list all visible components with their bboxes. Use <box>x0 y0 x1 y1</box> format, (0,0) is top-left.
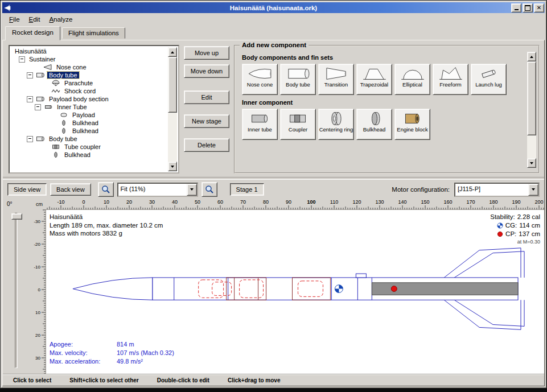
rotation-slider-track[interactable] <box>15 213 18 368</box>
back-view-button[interactable]: Back view <box>50 183 91 196</box>
tab-rocket-design[interactable]: Rocket design <box>5 26 60 40</box>
svg-text:120: 120 <box>352 199 361 205</box>
new-stage-button[interactable]: New stage <box>184 114 229 128</box>
menu-edit[interactable]: Edit <box>24 14 45 24</box>
add-transition-button[interactable]: Transition <box>318 64 354 95</box>
rocket-dimensions: Length 189 cm, max. diameter 10.2 cm <box>50 221 163 230</box>
vertical-ruler: -30-20-100102030 <box>32 209 46 374</box>
rotation-slider[interactable] <box>3 209 32 374</box>
expander-icon[interactable] <box>19 56 25 63</box>
svg-text:-30: -30 <box>34 219 40 224</box>
scrollbar-track[interactable] <box>527 61 536 158</box>
engine-block-icon <box>400 111 426 126</box>
menu-file[interactable]: File <box>5 14 24 24</box>
tree-item-nose-cone[interactable]: Nose cone <box>11 63 167 71</box>
add-coupler-button[interactable]: Coupler <box>280 109 316 140</box>
nosecone-lg-icon <box>247 66 273 81</box>
scrollbar-track[interactable] <box>168 57 177 162</box>
scroll-up-button[interactable] <box>527 52 536 61</box>
zoom-select[interactable]: Fit (11%) <box>117 183 198 197</box>
tree-item-haisun-t-[interactable]: Haisunäätä <box>11 47 167 55</box>
dropdown-arrow-icon[interactable] <box>528 184 538 196</box>
magnifier-icon <box>101 185 110 194</box>
move-down-button[interactable]: Move down <box>184 64 229 78</box>
tabstrip: Rocket design Flight simulations <box>2 25 545 40</box>
tree-item-bulkhead[interactable]: Bulkhead <box>11 151 167 159</box>
move-up-button[interactable]: Move up <box>184 46 229 60</box>
expander-icon[interactable] <box>27 136 33 142</box>
svg-text:0: 0 <box>82 199 85 205</box>
svg-text:200: 200 <box>534 199 543 205</box>
maximize-button[interactable] <box>523 3 533 13</box>
add-inner-tube-button[interactable]: Inner tube <box>242 109 278 140</box>
minimize-button[interactable] <box>511 3 521 13</box>
dropdown-arrow-icon[interactable] <box>187 184 197 196</box>
scroll-down-button[interactable] <box>527 158 536 168</box>
tree-item-label: Bulkhead <box>71 127 100 134</box>
arrow-up-icon <box>171 51 174 53</box>
magnifier-icon <box>205 185 214 194</box>
svg-text:160: 160 <box>443 199 452 205</box>
bodytube-lg-icon <box>285 66 311 81</box>
tree-item-payload-body-section[interactable]: Payload body section <box>11 95 167 103</box>
close-button[interactable]: ✕ <box>534 3 544 13</box>
component-button-label: Elliptical <box>402 82 422 88</box>
add-nose-cone-button[interactable]: Nose cone <box>242 64 278 95</box>
add-body-tube-button[interactable]: Body tube <box>280 64 316 95</box>
scroll-down-button[interactable] <box>168 162 177 171</box>
scrollbar-thumb[interactable] <box>527 61 536 135</box>
tree-item-bulkhead[interactable]: Bulkhead <box>11 127 167 135</box>
expander-icon[interactable] <box>35 104 41 110</box>
app-icon[interactable] <box>3 4 11 12</box>
app-window: Haisunäätä (haisunaata.ork) ✕ FileEditAn… <box>0 0 547 389</box>
add-launch-lug-button[interactable]: Launch lug <box>471 64 507 95</box>
tree-scrollbar[interactable] <box>168 47 177 171</box>
scroll-up-button[interactable] <box>168 47 177 57</box>
expander-icon[interactable] <box>27 96 33 102</box>
add-bulkhead-button[interactable]: Bulkhead <box>356 109 392 140</box>
add-freeform-button[interactable]: Freeform <box>433 64 468 95</box>
edit-button[interactable]: Edit <box>184 90 229 104</box>
tree-item-body-tube[interactable]: Body tube <box>11 71 167 79</box>
component-button-label: Body tube <box>286 82 310 88</box>
expander-icon[interactable] <box>27 72 33 79</box>
svg-text:80: 80 <box>263 199 269 205</box>
svg-text:190: 190 <box>512 199 520 205</box>
zoom-in-button[interactable] <box>201 182 217 197</box>
tree-item-tube-coupler[interactable]: Tube coupler <box>11 143 167 151</box>
add-trapezoidal-button[interactable]: Trapezoidal <box>356 64 392 95</box>
tree-item-bulkhead[interactable]: Bulkhead <box>11 119 167 127</box>
motor-configuration-select[interactable]: [J115-P] <box>454 183 540 197</box>
add-elliptical-button[interactable]: Elliptical <box>394 64 430 95</box>
side-view-button[interactable]: Side view <box>7 183 47 196</box>
menu-analyze[interactable]: Analyze <box>44 14 77 24</box>
titlebar[interactable]: Haisunäätä (haisunaata.ork) ✕ <box>2 2 545 13</box>
add-centering-ring-button[interactable]: Centering ring <box>318 109 354 140</box>
tree-item-payload[interactable]: Payload <box>11 111 167 119</box>
delete-button[interactable]: Delete <box>184 138 229 152</box>
tab-flight-simulations[interactable]: Flight simulations <box>62 27 125 39</box>
tree-item-sustainer[interactable]: Sustainer <box>11 55 167 63</box>
rocket-canvas[interactable]: Haisunäätä Length 189 cm, max. diameter … <box>46 209 544 374</box>
component-button-label: Transition <box>324 82 348 88</box>
shockcord-icon <box>51 88 61 94</box>
apogee-value: 814 m <box>117 340 174 349</box>
elliptical-fin-icon <box>400 66 426 81</box>
add-engine-block-button[interactable]: Engine block <box>394 109 430 140</box>
rotation-slider-thumb[interactable] <box>11 213 22 220</box>
tree-item-shock-cord[interactable]: Shock cord <box>11 87 167 95</box>
tree-item-parachute[interactable]: Parachute <box>11 79 167 87</box>
scrollbar-thumb[interactable] <box>168 57 177 113</box>
component-button-label: Bulkhead <box>363 127 386 133</box>
svg-text:180: 180 <box>489 199 497 205</box>
zoom-out-button[interactable] <box>98 182 114 197</box>
motor-configuration-value: [J115-P] <box>455 184 528 196</box>
tree-item-body-tube[interactable]: Body tube <box>11 135 167 143</box>
tree-item-inner-tube[interactable]: Inner Tube <box>11 103 167 111</box>
component-scrollbar[interactable] <box>527 52 536 168</box>
stage-1-button[interactable]: Stage 1 <box>230 183 264 196</box>
svg-text:150: 150 <box>421 199 429 205</box>
horizontal-ruler: -100102030405060708090100110120130140150… <box>46 199 544 209</box>
rocket-info: Haisunäätä Length 189 cm, max. diameter … <box>50 213 163 238</box>
rocket-design-panel: HaisunäätäSustainerNose coneBody tubePar… <box>2 40 545 386</box>
